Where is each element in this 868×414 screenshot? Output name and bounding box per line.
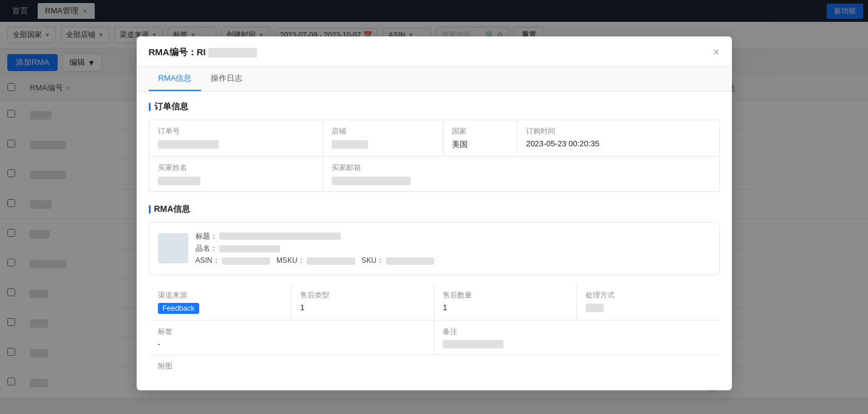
buyer-name-cell: 买家姓名 (149, 157, 323, 192)
close-icon[interactable]: × (713, 46, 720, 66)
rma-detail-table: 渠道来源 Feedback 售后类型 1 售后数量 1 处理方式 (149, 283, 720, 381)
store-cell: 店铺 (323, 120, 443, 157)
order-section-title: 订单信息 (149, 101, 720, 112)
modal-body: 订单信息 订单号 店铺 国家 美国 订购时 (137, 92, 732, 390)
modal-header: RMA编号：RI × (137, 36, 732, 67)
tag-cell: 标签 - (149, 320, 434, 355)
channel-cell: 渠道来源 Feedback (149, 283, 292, 320)
product-image (158, 233, 188, 263)
handle-method-cell: 处理方式 (576, 283, 719, 320)
buyer-email-cell: 买家邮箱 (323, 157, 719, 192)
quantity-cell: 售后数量 1 (434, 283, 577, 320)
order-no-cell: 订单号 (149, 120, 323, 157)
country-cell: 国家 美国 (443, 120, 517, 157)
order-info-table: 订单号 店铺 国家 美国 订购时间 2023-05-23 00:20:35 (149, 120, 720, 192)
attachment-cell: 附图 (149, 355, 719, 381)
after-sale-type-cell: 售后类型 1 (292, 283, 434, 320)
product-row: 标题： 品名： ASIN： MSKU： SKU： (149, 222, 720, 275)
rma-detail-modal: RMA编号：RI × RMA信息 操作日志 订单信息 订单号 店铺 (137, 36, 732, 390)
tab-rma-info[interactable]: RMA信息 (149, 67, 202, 91)
feedback-badge: Feedback (158, 303, 200, 314)
modal-overlay: RMA编号：RI × RMA信息 操作日志 订单信息 订单号 店铺 (0, 0, 868, 398)
tab-operation-log[interactable]: 操作日志 (201, 67, 252, 91)
rma-section-title: RMA信息 (149, 204, 720, 215)
remark-cell: 备注 (434, 320, 720, 355)
order-time-cell: 订购时间 2023-05-23 00:20:35 (517, 120, 719, 157)
modal-tabs: RMA信息 操作日志 (137, 67, 732, 92)
product-info: 标题： 品名： ASIN： MSKU： SKU： (196, 230, 434, 267)
modal-title: RMA编号：RI (149, 47, 257, 66)
